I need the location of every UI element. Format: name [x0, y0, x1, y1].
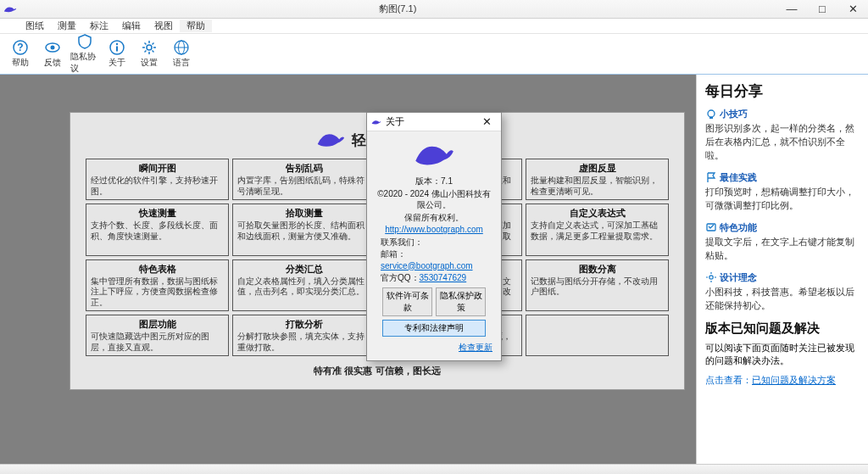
app-icon [2, 1, 19, 18]
feature-cell: 图层功能可快速隐藏选中图元所对应的图层，直接又直观。 [86, 315, 229, 356]
gear-icon [141, 39, 158, 56]
feature-title: 打散分析 [237, 318, 370, 331]
issues-link-row: 点击查看：已知问题及解决方案 [705, 374, 861, 387]
menu-drawing[interactable]: 图纸 [19, 20, 51, 32]
feature-title: 图数分离 [531, 263, 664, 276]
patent-button[interactable]: 专利和法律声明 [382, 320, 486, 337]
svg-line-12 [145, 43, 147, 45]
feature-desc: 支持个数、长度、多段线长度、面积、角度快速测量。 [91, 220, 224, 242]
gear-small-icon [705, 271, 717, 283]
feature-desc: 提取文字后，在文字上右键才能复制粘贴。 [705, 236, 861, 263]
menu-measure[interactable]: 测量 [51, 20, 83, 32]
info-icon [108, 39, 125, 56]
feature-cell: 拾取测量可拾取矢量图形的长度、结构面积和边线面积，测量方便又准确。 [232, 204, 376, 256]
website-link[interactable]: http://www.bootgraph.com [385, 225, 483, 234]
menubar: 图纸 测量 标注 编辑 视图 帮助 [0, 19, 868, 34]
rights-line: 保留所有权利。 [376, 212, 492, 224]
feature-title: 瞬间开图 [91, 162, 224, 175]
dialog-title: 关于 [386, 115, 476, 128]
practice-title: 最佳实践 [720, 171, 757, 184]
titlebar: 豹图(7.1) — □ ✕ [0, 0, 868, 19]
svg-rect-20 [709, 117, 713, 119]
dialog-app-icon [370, 116, 382, 128]
feature-desc: 可快速隐藏选中图元所对应的图层，直接又直观。 [91, 332, 224, 353]
settings-button[interactable]: 设置 [134, 37, 164, 70]
splash-footer: 特有准 很实惠 可信赖，图长远 [86, 365, 669, 377]
feature-cell: 快速测量支持个数、长度、多段线长度、面积、角度快速测量。 [86, 204, 229, 256]
feature-title: 快速测量 [91, 207, 224, 220]
feature-title: 虚图反显 [531, 162, 664, 175]
eye-icon [44, 39, 61, 56]
issues-desc: 可以阅读下面页面随时关注已被发现的问题和解决办法。 [705, 342, 861, 367]
help-label: 帮助 [12, 57, 29, 69]
svg-point-5 [116, 43, 118, 45]
tip-desc: 图形识别多次，起一样的分类名，然后在表格内汇总，就不怕识别不全啦。 [705, 122, 861, 163]
svg-text:?: ? [17, 42, 23, 53]
issues-link-prefix: 点击查看： [705, 375, 752, 385]
about-button[interactable]: 关于 [102, 37, 132, 70]
qq-label: 官方QQ： [381, 272, 420, 284]
qq-link[interactable]: 3530747629 [420, 273, 467, 282]
feature-desc: 自定义表格属性列，填入分类属性值，点击列名，即实现分类汇总。 [237, 276, 370, 298]
feature-desc: 内置字库，告别图纸乱码，特殊符号清晰呈现。 [237, 176, 370, 197]
flag-icon [705, 171, 717, 183]
tip-card: 小技巧 图形识别多次，起一样的分类名，然后在表格内汇总，就不怕识别不全啦。 [705, 108, 861, 163]
close-button[interactable]: ✕ [837, 0, 868, 19]
feature-cell: 虚图反显批量构建和图层反显，智能识别，检查更清晰可见。 [526, 159, 669, 200]
feature-cell: 图数分离记数据与图纸分开存储，不改动用户图纸。 [526, 259, 669, 312]
check-update-link[interactable]: 检查更新 [459, 343, 492, 352]
menu-annotate[interactable]: 标注 [83, 20, 115, 32]
feedback-button[interactable]: 反馈 [37, 37, 68, 70]
issues-link[interactable]: 已知问题及解决方案 [752, 375, 836, 385]
svg-line-15 [145, 51, 147, 53]
svg-line-13 [153, 51, 154, 53]
language-button[interactable]: 语言 [166, 37, 197, 70]
practice-card: 最佳实践 打印预览时，想精确调整打印大小，可微微调整打印比例。 [705, 171, 861, 213]
feature-title: 分类汇总 [237, 263, 370, 276]
settings-label: 设置 [141, 57, 158, 69]
about-label: 关于 [108, 57, 125, 69]
menu-view[interactable]: 视图 [147, 20, 180, 32]
email-label: 邮箱： [381, 248, 406, 260]
maximize-button[interactable]: □ [807, 0, 837, 19]
svg-line-14 [153, 43, 154, 45]
minimize-button[interactable]: — [776, 0, 807, 19]
feature-desc: 集中管理所有数据，数据与图纸标注上下呼应，方便查阅数据检查修正。 [91, 276, 224, 309]
privacy-policy-button[interactable]: 隐私保护政策 [436, 287, 486, 316]
feature-cell: 打散分析分解打散块参照，填充实体，支持重做打散。 [232, 315, 376, 356]
version-line: 版本：7.1 [376, 176, 492, 187]
privacy-button[interactable]: 隐私协议 [70, 31, 100, 76]
about-dialog: 关于 ✕ 版本：7.1 ©2020 - 2024 佛山小图科技有限公司。 保留所… [366, 112, 502, 361]
feature-desc: 可拾取矢量图形的长度、结构面积和边线面积，测量方便又准确。 [237, 220, 370, 242]
feature-desc: 支持自定义表达式，可深加工基础数据，满足更多工程量提取需求。 [531, 220, 664, 242]
feature-cell: 告别乱码内置字库，告别图纸乱码，特殊符号清晰呈现。 [232, 159, 376, 200]
feedback-label: 反馈 [44, 57, 61, 69]
svg-point-3 [51, 46, 55, 50]
feature-desc: 记数据与图纸分开存储，不改动用户图纸。 [531, 276, 664, 298]
daily-share-title: 每日分享 [705, 81, 861, 101]
email-link[interactable]: service@bootgraph.com [381, 261, 473, 270]
globe-icon [173, 39, 190, 56]
privacy-label: 隐私协议 [70, 51, 99, 75]
feature-cell: 特色表格集中管理所有数据，数据与图纸标注上下呼应，方便查阅数据检查修正。 [86, 259, 229, 312]
help-button[interactable]: ? 帮助 [5, 37, 36, 70]
star-icon [705, 221, 717, 233]
feature-cell: 瞬间开图经过优化的软件引擎，支持秒速开图。 [86, 159, 229, 200]
feature-desc: 分解打散块参照，填充实体，支持重做打散。 [237, 332, 370, 353]
dialog-close-button[interactable]: ✕ [476, 115, 498, 128]
window-controls: — □ ✕ [776, 0, 868, 19]
feature-cell [526, 315, 669, 356]
feature-title: 拾取测量 [237, 207, 370, 220]
design-card: 设计理念 小图科技，科技普惠。希望老板以后还能保持初心。 [705, 271, 861, 313]
feature-cell: 分类汇总自定义表格属性列，填入分类属性值，点击列名，即实现分类汇总。 [232, 259, 376, 312]
feature-desc: 批量构建和图层反显，智能识别，检查更清晰可见。 [531, 176, 664, 197]
feature-title: 特色表格 [91, 263, 224, 276]
svg-rect-6 [116, 47, 118, 52]
svg-point-22 [709, 276, 713, 279]
dialog-titlebar[interactable]: 关于 ✕ [367, 113, 501, 131]
menu-help[interactable]: 帮助 [180, 20, 212, 32]
leopard-logo-icon [316, 130, 345, 150]
license-button[interactable]: 软件许可条款 [382, 287, 432, 316]
toolbar: ? 帮助 反馈 隐私协议 关于 设置 语言 [0, 34, 868, 75]
menu-edit[interactable]: 编辑 [115, 20, 147, 32]
